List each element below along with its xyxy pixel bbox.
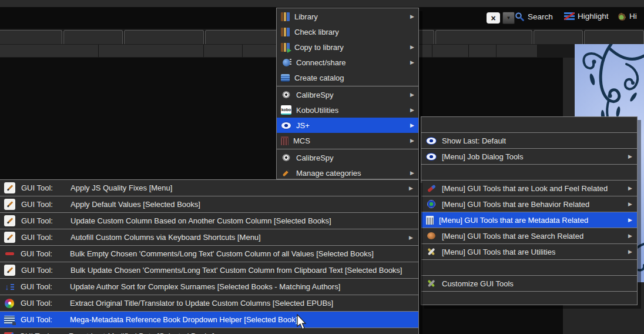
column-header[interactable]: [0, 45, 99, 57]
column-header[interactable]: [204, 45, 243, 57]
highlight-button[interactable]: Highlight: [564, 12, 609, 21]
submenu-arrow-icon: ▶: [410, 59, 414, 65]
gui-tool-menu-item[interactable]: GUI Tool: Update Custom Column Based on …: [0, 213, 418, 229]
partial-toolbar-button[interactable]: Hi: [618, 12, 637, 21]
customize-icon: [426, 278, 437, 289]
spy-icon: [281, 89, 291, 100]
menu-item[interactable]: [Menu] GUI Tools that are Look and Feel …: [421, 181, 637, 196]
library-tab[interactable]: [63, 30, 123, 44]
eye-icon: [426, 153, 437, 161]
pencil-icon: [4, 265, 15, 276]
pencil-icon: [4, 199, 15, 210]
submenu-arrow-icon: ▶: [410, 122, 414, 128]
gui-tool-menu-item[interactable]: GUI Tool: Bulk Empty Chosen 'Comments/Lo…: [0, 246, 418, 262]
menu-item[interactable]: Library ▶: [277, 9, 418, 24]
menu-item-label: [Menu] Job Dialog Tools: [442, 152, 524, 161]
gui-tool-prefix: GUI Tool:: [21, 183, 71, 192]
partial-button-label: Hi: [629, 12, 637, 21]
menu-item-label: CalibreSpy: [296, 153, 334, 162]
menu-item[interactable]: [Menu] GUI Tools that are Utilities ▶: [421, 244, 637, 260]
menu-item[interactable]: MCS ▶: [277, 133, 418, 148]
menu-item-label: [Menu] GUI Tools that are Look and Feel …: [442, 184, 608, 193]
menu-item[interactable]: Manage categories ▶: [277, 165, 418, 179]
search-button[interactable]: Search: [515, 12, 553, 22]
menu-item[interactable]: Check library ▶: [277, 24, 418, 39]
menu-item[interactable]: [Menu] GUI Tools that are Search Related…: [421, 228, 637, 244]
menu-item[interactable]: [Menu] GUI Tools that are Metadata Relat…: [421, 212, 637, 228]
calibre-window: × ▼ Search Highlight Hi: [0, 0, 644, 334]
menu-item-label: CalibreSpy: [296, 91, 334, 99]
reset-date-icon: [4, 332, 14, 334]
menu-item[interactable]: ▶: [421, 117, 637, 133]
column-header[interactable]: [99, 45, 204, 57]
menu-item[interactable]: Customize GUI Tools ▶: [421, 276, 637, 292]
menu-item-label: Customize GUI Tools: [442, 279, 514, 288]
copy-library-icon: [281, 43, 290, 52]
column-header[interactable]: [497, 45, 538, 57]
gui-tool-menu-item[interactable]: GUI Tool: Update Author Sort for Complex…: [0, 279, 418, 295]
library-tab[interactable]: [534, 30, 583, 44]
menu-item[interactable]: [Menu] Job Dialog Tools ▶: [421, 149, 637, 165]
pillar-light-icon: [426, 216, 434, 225]
menu-item[interactable]: CalibreSpy ▶: [277, 150, 418, 165]
library-tab[interactable]: [0, 30, 62, 44]
submenu-arrow-icon: ▶: [410, 14, 414, 19]
menu-item[interactable]: ▶: [421, 260, 637, 276]
context-menu-library: Library ▶ Check library ▶ Copy to librar…: [276, 8, 419, 179]
menu-item[interactable]: KoboUtilities ▶: [277, 102, 418, 118]
gui-tool-name: Mega-Metadata Reference Book Dropdown He…: [70, 315, 297, 324]
pillar-icon: [281, 136, 289, 145]
eye-icon: [426, 137, 437, 145]
highlight-button-label: Highlight: [578, 12, 609, 21]
menu-item[interactable]: ▶: [421, 292, 637, 305]
gui-tool-menu-item[interactable]: GUI Tool: Mega-Metadata Reference Book D…: [0, 312, 418, 328]
library-tab[interactable]: [435, 30, 532, 44]
menu-item[interactable]: Show Last: Default ▶: [421, 133, 637, 149]
menu-item[interactable]: CalibreSpy ▶: [277, 87, 418, 102]
gui-tool-name: Apply Default Values [Selected Books]: [71, 200, 200, 209]
library-tab[interactable]: [205, 30, 281, 44]
gui-tool-menu-item[interactable]: GUI Tool: Reset Last-Modified Date [Sele…: [0, 328, 418, 334]
menu-item-label: [Menu] GUI Tools that are Behavior Relat…: [442, 200, 589, 209]
submenu-arrow-icon: ▶: [410, 44, 414, 50]
menu-item[interactable]: Connect/share ▶: [277, 55, 418, 70]
gui-tool-menu-item[interactable]: GUI Tool: Bulk Update Chosen 'Comments/L…: [0, 262, 418, 279]
gui-tool-name: Bulk Empty Chosen 'Comments/Long Text' C…: [70, 249, 374, 258]
clear-glyph: ×: [491, 14, 495, 23]
gui-tool-menu-item[interactable]: GUI Tool: Apply JS Quality Fixes [Menu] …: [0, 180, 418, 196]
menu-item[interactable]: [Menu] GUI Tools that are Behavior Relat…: [421, 196, 637, 212]
list-dropdown-icon: [4, 316, 15, 324]
gui-tool-menu-item[interactable]: GUI Tool: Extract Original Title/Transla…: [0, 295, 418, 312]
gui-tool-name: Bulk Update Chosen 'Comments/Long Text' …: [71, 266, 402, 275]
clear-search-icon[interactable]: ×: [487, 12, 500, 24]
menu-item-label: MCS: [293, 136, 310, 145]
menu-item-label: Show Last: Default: [442, 136, 506, 145]
submenu-arrow-icon: ▶: [409, 235, 413, 241]
menu-item-label: JS+: [296, 121, 310, 130]
search-icon: [515, 12, 525, 22]
library-tab[interactable]: [584, 30, 644, 44]
tag-pencil-icon: [281, 168, 291, 178]
gui-tool-name: Apply JS Quality Fixes [Menu]: [71, 183, 172, 192]
menu-item-label: [Menu] GUI Tools that are Search Related: [442, 232, 583, 241]
gui-tool-menu-item[interactable]: GUI Tool: Apply Default Values [Selected…: [0, 196, 418, 213]
gui-tool-name: Update Author Sort for Complex Surnames …: [70, 282, 340, 291]
column-header[interactable]: [469, 45, 497, 57]
gui-tool-name: Update Custom Column Based on Another Cu…: [71, 216, 331, 225]
submenu-arrow-icon: ▶: [409, 185, 413, 191]
gui-tool-menu-item[interactable]: GUI Tool: Autofill Custom Columns via Ke…: [0, 229, 418, 246]
library-tab[interactable]: [124, 30, 204, 44]
menu-item[interactable]: JS+ ▶: [277, 118, 418, 133]
kobo-icon: [281, 105, 291, 115]
menu-item[interactable]: Copy to library ▶: [277, 39, 418, 55]
search-tool-icon: [426, 231, 437, 241]
menu-item-label: Create catalog: [294, 74, 344, 82]
search-dropdown-button[interactable]: ▼: [502, 12, 515, 24]
top-toolbar: [0, 0, 644, 7]
menu-item[interactable]: Create catalog ▶: [277, 70, 418, 85]
column-header[interactable]: [432, 45, 469, 57]
highlight-icon: [564, 12, 575, 21]
menu-item-label: Library: [294, 12, 318, 21]
menu-item-label: Copy to library: [294, 43, 344, 52]
menu-item[interactable]: ▶: [421, 165, 637, 181]
